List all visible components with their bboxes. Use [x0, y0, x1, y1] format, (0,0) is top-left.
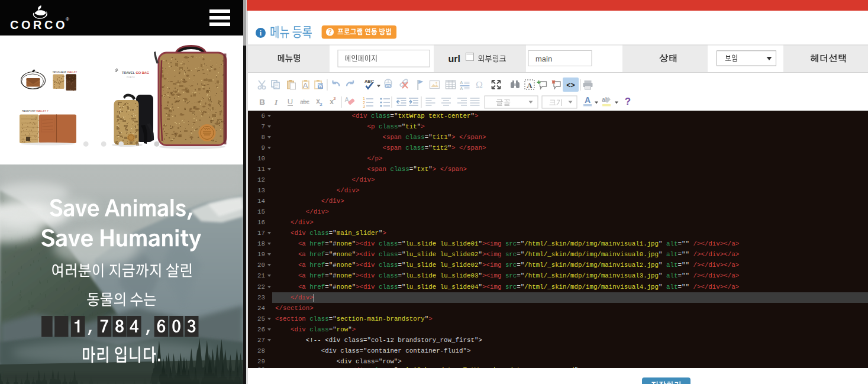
svg-text:A: A [303, 81, 308, 90]
svg-text:U: U [288, 97, 293, 106]
svg-text:3: 3 [363, 104, 365, 108]
svg-text:<>: <> [566, 82, 575, 90]
svg-text:ABC: ABC [364, 79, 375, 84]
svg-text:A: A [460, 86, 463, 91]
svg-text:2: 2 [333, 96, 336, 101]
svg-text:Ω: Ω [476, 80, 483, 90]
svg-text:2: 2 [320, 102, 322, 107]
svg-text:main: main [535, 54, 552, 63]
svg-text:url: url [448, 54, 460, 64]
svg-text:A: A [460, 80, 463, 85]
svg-text:W: W [318, 83, 323, 89]
svg-text:I: I [274, 98, 278, 107]
svg-text:A: A [585, 95, 591, 105]
svg-text:?: ? [625, 96, 631, 107]
svg-text:B: B [259, 98, 265, 107]
svg-text:A: A [527, 81, 533, 90]
